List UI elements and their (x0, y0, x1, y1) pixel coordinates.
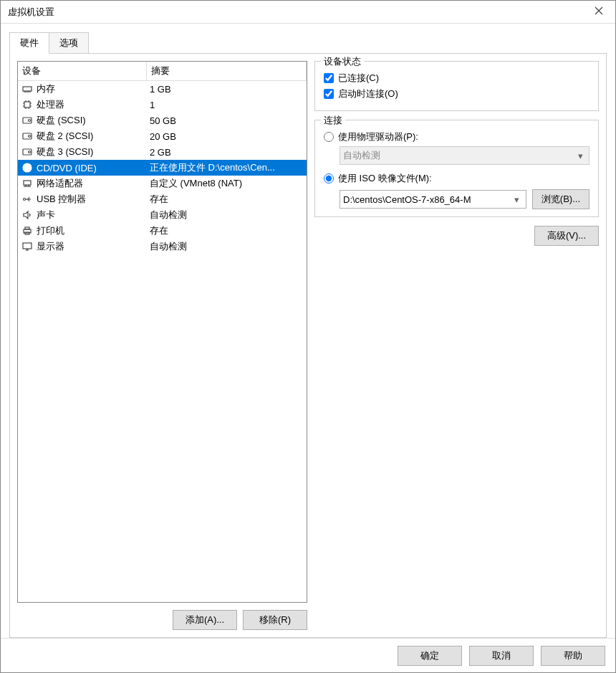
disk-icon (21, 115, 34, 126)
cpu-icon (21, 99, 34, 110)
connect-at-poweron-checkbox[interactable] (324, 89, 334, 99)
device-name: 网络适配器 (37, 177, 150, 190)
device-summary: 存在 (150, 193, 304, 206)
hardware-list: 设备 摘要 内存1 GB处理器1硬盘 (SCSI)50 GB硬盘 2 (SCSI… (17, 61, 307, 603)
hardware-row[interactable]: 打印机存在 (18, 223, 307, 239)
hardware-rows: 内存1 GB处理器1硬盘 (SCSI)50 GB硬盘 2 (SCSI)20 GB… (18, 81, 307, 254)
device-summary: 自定义 (VMnet8 (NAT) (150, 177, 304, 190)
device-status-title: 设备状态 (321, 55, 364, 68)
disk-icon (21, 130, 34, 142)
iso-path-combo[interactable]: D:\centos\CentOS-7-x86_64-M ▾ (340, 190, 526, 209)
content-area: 硬件 选项 设备 摘要 内存1 GB处理器1硬盘 (SCSI)50 GB硬盘 2… (1, 24, 615, 638)
hardware-row[interactable]: 声卡自动检测 (18, 207, 307, 223)
printer-icon (21, 225, 34, 237)
connection-title: 连接 (321, 114, 345, 127)
device-status-group: 设备状态 已连接(C) 启动时连接(O) (314, 61, 599, 111)
display-icon (21, 241, 34, 252)
use-iso-radio[interactable] (324, 173, 334, 183)
advanced-button[interactable]: 高级(V)... (534, 226, 599, 246)
hardware-row[interactable]: 硬盘 2 (SCSI)20 GB (18, 128, 307, 144)
device-name: 内存 (37, 82, 150, 95)
device-name: USB 控制器 (37, 193, 150, 206)
hardware-row[interactable]: CD/DVD (IDE)正在使用文件 D:\centos\Cen... (18, 160, 307, 176)
window-title: 虚拟机设置 (8, 6, 582, 19)
chevron-down-icon: ▾ (574, 151, 586, 161)
details-pane: 设备状态 已连接(C) 启动时连接(O) 连接 使用物理驱动器(P): (314, 61, 599, 630)
chevron-down-icon[interactable]: ▾ (511, 194, 523, 205)
device-name: CD/DVD (IDE) (37, 163, 150, 173)
hardware-row[interactable]: USB 控制器存在 (18, 191, 307, 207)
browse-button[interactable]: 浏览(B)... (532, 189, 589, 209)
svg-rect-2 (23, 87, 32, 91)
add-button[interactable]: 添加(A)... (173, 610, 237, 630)
device-summary: 2 GB (150, 147, 304, 158)
svg-rect-36 (23, 243, 32, 249)
device-summary: 1 (150, 100, 304, 110)
memory-icon (21, 83, 34, 95)
hardware-pane: 设备 摘要 内存1 GB处理器1硬盘 (SCSI)50 GB硬盘 2 (SCSI… (17, 61, 307, 630)
connected-checkbox[interactable] (324, 73, 334, 83)
physical-drive-combo: 自动检测 ▾ (340, 146, 589, 165)
svg-point-20 (29, 135, 31, 138)
device-name: 处理器 (37, 98, 150, 111)
tab-bar: 硬件 选项 (9, 32, 607, 54)
disk-icon (21, 146, 34, 158)
hardware-list-header: 设备 摘要 (18, 62, 307, 81)
use-physical-radio[interactable] (324, 132, 334, 142)
svg-rect-34 (25, 227, 29, 229)
device-name: 打印机 (37, 224, 150, 237)
iso-path-value: D:\centos\CentOS-7-x86_64-M (343, 194, 511, 205)
tab-options[interactable]: 选项 (49, 32, 89, 54)
svg-point-18 (29, 120, 31, 122)
hardware-buttons: 添加(A)... 移除(R) (17, 610, 307, 630)
dialog-footer: 确定 取消 帮助 (1, 638, 615, 672)
hardware-row[interactable]: 处理器1 (18, 97, 307, 113)
use-iso-row[interactable]: 使用 ISO 映像文件(M): (324, 172, 589, 185)
iso-row: D:\centos\CentOS-7-x86_64-M ▾ 浏览(B)... (340, 189, 589, 209)
svg-rect-8 (24, 102, 30, 108)
column-summary[interactable]: 摘要 (147, 62, 307, 80)
advanced-row: 高级(V)... (314, 226, 599, 246)
connected-label: 已连接(C) (338, 72, 379, 85)
hardware-row[interactable]: 硬盘 (SCSI)50 GB (18, 113, 307, 128)
connected-checkbox-row[interactable]: 已连接(C) (324, 72, 589, 85)
device-name: 声卡 (37, 209, 150, 221)
device-summary: 50 GB (150, 115, 304, 126)
usb-icon (21, 194, 34, 205)
use-iso-label: 使用 ISO 映像文件(M): (338, 172, 432, 185)
cd-icon (21, 162, 34, 173)
hardware-row[interactable]: 硬盘 3 (SCSI)2 GB (18, 144, 307, 160)
sound-icon (21, 209, 34, 221)
close-icon (595, 6, 603, 17)
close-button[interactable] (582, 1, 615, 24)
device-summary: 自动检测 (150, 240, 304, 253)
device-summary: 20 GB (150, 131, 304, 142)
tab-hardware[interactable]: 硬件 (9, 32, 49, 54)
svg-point-24 (27, 167, 29, 169)
svg-rect-25 (24, 181, 31, 185)
hardware-row[interactable]: 内存1 GB (18, 81, 307, 97)
connect-at-poweron-label: 启动时连接(O) (338, 87, 398, 100)
column-device[interactable]: 设备 (18, 62, 147, 80)
device-summary: 1 GB (150, 84, 304, 95)
connection-group: 连接 使用物理驱动器(P): 自动检测 ▾ 使用 ISO 映像文件(M): (314, 120, 599, 217)
device-name: 硬盘 (SCSI) (37, 114, 150, 127)
cancel-button[interactable]: 取消 (469, 646, 534, 666)
svg-point-29 (24, 199, 26, 201)
help-button[interactable]: 帮助 (541, 646, 605, 666)
physical-drive-combo-row: 自动检测 ▾ (340, 146, 589, 165)
device-summary: 自动检测 (150, 209, 304, 221)
hardware-row[interactable]: 网络适配器自定义 (VMnet8 (NAT) (18, 176, 307, 191)
remove-button[interactable]: 移除(R) (243, 610, 307, 630)
use-physical-label: 使用物理驱动器(P): (338, 130, 418, 143)
physical-drive-value: 自动检测 (343, 149, 574, 162)
use-physical-row[interactable]: 使用物理驱动器(P): (324, 130, 589, 143)
hardware-row[interactable]: 显示器自动检测 (18, 239, 307, 254)
ok-button[interactable]: 确定 (398, 646, 462, 666)
device-name: 硬盘 2 (SCSI) (37, 130, 150, 143)
svg-point-22 (29, 151, 31, 153)
titlebar: 虚拟机设置 (1, 1, 615, 24)
device-summary: 正在使用文件 D:\centos\Cen... (150, 161, 304, 174)
device-name: 硬盘 3 (SCSI) (37, 145, 150, 158)
connect-at-poweron-row[interactable]: 启动时连接(O) (324, 87, 589, 100)
